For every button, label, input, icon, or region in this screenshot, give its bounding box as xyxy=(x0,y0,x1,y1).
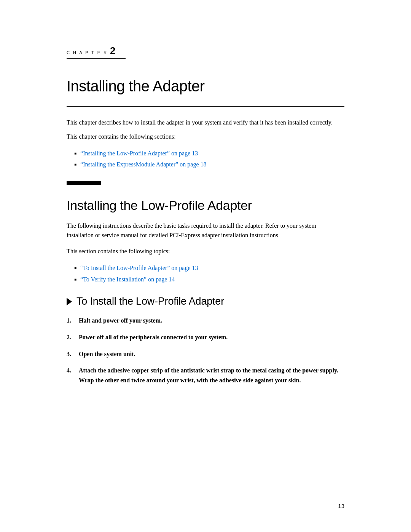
list-item: “To Install the Low-Profile Adapter” on … xyxy=(74,263,344,273)
step-number: 3. xyxy=(67,349,75,359)
section-link-2[interactable]: “To Verify the Installation” on page 14 xyxy=(80,275,175,284)
section-divider xyxy=(67,181,101,185)
list-item: “Installing the ExpressModule Adapter” o… xyxy=(74,160,344,169)
page: C H A P T E R 2 Installing the Adapter T… xyxy=(0,0,411,532)
section-topics-intro: This section contains the following topi… xyxy=(67,247,344,256)
triangle-icon xyxy=(67,298,72,305)
step-number: 1. xyxy=(67,316,75,326)
step-text: Power off all of the peripherals connect… xyxy=(79,332,228,342)
main-title: Installing the Adapter xyxy=(67,78,344,95)
section-link-1[interactable]: “To Install the Low-Profile Adapter” on … xyxy=(80,263,198,273)
section-links-list: “To Install the Low-Profile Adapter” on … xyxy=(67,263,344,284)
step-number: 2. xyxy=(67,332,75,342)
sections-intro-text: This chapter contains the following sect… xyxy=(67,132,344,142)
chapter-links-list: “Installing the Low-Profile Adapter” on … xyxy=(67,149,344,169)
subsection-header: To Install the Low-Profile Adapter xyxy=(67,296,344,307)
chapter-underline xyxy=(67,58,126,59)
list-item: “To Verify the Installation” on page 14 xyxy=(74,275,344,284)
step-text: Attach the adhesive copper strip of the … xyxy=(79,366,344,385)
intro-paragraph: This chapter describes how to install th… xyxy=(67,118,344,128)
step-2: 2. Power off all of the peripherals conn… xyxy=(67,332,344,342)
subsection-title: To Install the Low-Profile Adapter xyxy=(76,296,224,307)
step-1: 1. Halt and power off your system. xyxy=(67,316,344,326)
step-4: 4. Attach the adhesive copper strip of t… xyxy=(67,366,344,385)
chapter-link-2[interactable]: “Installing the ExpressModule Adapter” o… xyxy=(80,160,206,169)
chapter-link-1[interactable]: “Installing the Low-Profile Adapter” on … xyxy=(80,149,198,158)
chapter-label: C H A P T E R 2 xyxy=(67,46,344,56)
section-title: Installing the Low-Profile Adapter xyxy=(67,198,344,213)
section-description: The following instructions describe the … xyxy=(67,221,344,240)
list-item: “Installing the Low-Profile Adapter” on … xyxy=(74,149,344,158)
step-text: Halt and power off your system. xyxy=(79,316,162,326)
step-text: Open the system unit. xyxy=(79,349,135,359)
step-3: 3. Open the system unit. xyxy=(67,349,344,359)
chapter-number: 2 xyxy=(110,46,116,56)
page-number: 13 xyxy=(338,503,344,509)
horizontal-rule xyxy=(67,106,344,107)
step-number: 4. xyxy=(67,366,75,375)
chapter-word: C H A P T E R xyxy=(67,50,108,55)
steps-list: 1. Halt and power off your system. 2. Po… xyxy=(67,316,344,385)
